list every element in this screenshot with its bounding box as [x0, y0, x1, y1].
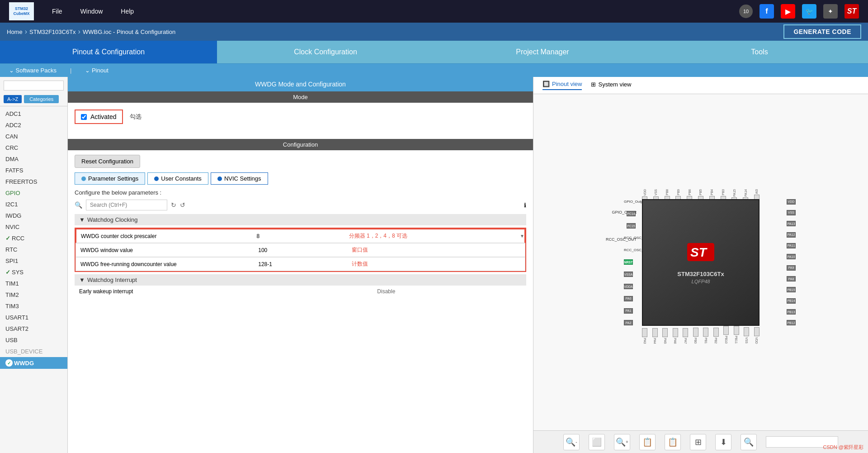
nav-help[interactable]: Help — [121, 8, 134, 15]
sidebar-item-spi1[interactable]: SPI1 — [0, 255, 67, 267]
params-search-input[interactable] — [86, 200, 167, 210]
sidebar-item-crc[interactable]: CRC — [0, 142, 67, 153]
sidebar-item-freertos[interactable]: FREERTOS — [0, 176, 67, 187]
sidebar-item-tim2[interactable]: TIM2 — [0, 289, 67, 300]
sidebar-item-wwdg[interactable]: ✓ WWDG — [0, 357, 67, 369]
config-params-label: Configure the below parameters : — [75, 189, 526, 196]
zoom-in-button[interactable]: 🔍+ — [614, 434, 630, 450]
tab-nvic-settings[interactable]: NVIC Settings — [211, 172, 268, 185]
sidebar-item-usb[interactable]: USB — [0, 334, 67, 346]
pin-right-vdd: VDD — [787, 199, 796, 205]
paste-button[interactable]: 📋 — [665, 434, 681, 450]
collapse-interrupt-icon[interactable]: ▼ — [79, 277, 85, 283]
param-note-counter: 计数值 — [347, 257, 525, 271]
pin-right-pa11: PA11 — [787, 243, 796, 248]
pin-bot-pa5: PA5 — [662, 326, 668, 343]
tab-pinout-view[interactable]: 🔲 Pinout view — [542, 81, 582, 90]
params-bordered-box: WWDG counter clock prescaler 8 分频器 1，2，4… — [75, 228, 526, 272]
network-icon[interactable]: ✦ — [823, 4, 838, 19]
sidebar-item-dma[interactable]: DMA — [0, 153, 67, 165]
config-section: Reset Configuration Parameter Settings U… — [68, 150, 533, 302]
sidebar-item-tim1[interactable]: TIM1 — [0, 278, 67, 289]
sidebar-search-input[interactable] — [4, 81, 64, 91]
mode-section: Activated 勾选 — [68, 103, 533, 139]
youtube-icon[interactable]: ▶ — [781, 4, 795, 19]
sidebar-item-sys[interactable]: ✓ SYS — [0, 267, 67, 278]
pin-right-pa12: PA12 — [787, 232, 796, 238]
pin-bot-pb0: PB0 — [693, 326, 698, 343]
export-button[interactable]: ⬇ — [715, 434, 731, 450]
sub-tab-software-packs[interactable]: ⌄ Software Packs — [9, 67, 57, 74]
sidebar-item-adc2[interactable]: ADC2 — [0, 119, 67, 131]
sidebar-search-area — [0, 77, 67, 94]
param-value-prescaler[interactable]: 8 — [252, 230, 344, 242]
interrupt-name-wakeup: Early wakeup interrupt — [79, 288, 368, 295]
sidebar-item-can[interactable]: CAN — [0, 131, 67, 142]
center-panel: WWDG Mode and Configuration Mode Activat… — [68, 77, 533, 453]
bottom-toolbar: 🔍- ⬜ 🔍+ 📋 📋 ⊞ ⬇ 🔍 — [533, 430, 868, 453]
param-name-prescaler: WWDG counter clock prescaler — [76, 230, 252, 242]
sidebar-item-i2c1[interactable]: I2C1 — [0, 199, 67, 210]
config-section-header: Configuration — [68, 139, 533, 150]
param-value-counter[interactable]: 128-1 — [254, 258, 347, 270]
watchdog-interrupt-group: ▼ Watchdog Interrupt Early wakeup interr… — [75, 274, 526, 297]
pin-bot-pb10: PB10 — [723, 326, 729, 343]
sidebar-item-usart1[interactable]: USART1 — [0, 312, 67, 323]
sidebar-item-tim3[interactable]: TIM3 — [0, 300, 67, 312]
tab-clock-config[interactable]: Clock Configuration — [217, 41, 434, 63]
tab-parameter-settings[interactable]: Parameter Settings — [75, 172, 145, 185]
pin-right-vss: VSS — [787, 210, 796, 215]
refresh-icon[interactable]: ↻ — [171, 201, 176, 209]
reset-config-button[interactable]: Reset Configuration — [75, 155, 140, 168]
pin-right-pa9: PA9 — [787, 265, 796, 271]
sort-az-button[interactable]: A->Z — [4, 95, 22, 103]
collapse-icon[interactable]: ▼ — [79, 216, 85, 223]
sidebar-item-usart2[interactable]: USART2 — [0, 323, 67, 334]
nav-menu: File Window Help — [52, 8, 134, 15]
zoom-out-button[interactable]: 🔍- — [563, 434, 580, 450]
tab-tools[interactable]: Tools — [651, 41, 868, 63]
sidebar-item-adc1[interactable]: ADC1 — [0, 108, 67, 119]
sidebar-divider — [0, 106, 67, 106]
sub-tab-pinout[interactable]: ⌄ Pinout — [85, 67, 108, 74]
grid-button[interactable]: ⊞ — [690, 434, 706, 450]
pin-right-pb15: PB15 — [787, 287, 796, 292]
nav-file[interactable]: File — [52, 8, 62, 15]
copy-button[interactable]: 📋 — [639, 434, 656, 450]
info-circle-icon: ℹ — [524, 202, 526, 209]
sidebar-item-nvic[interactable]: NVIC — [0, 221, 67, 233]
interrupt-row-wakeup: Early wakeup interrupt Disable — [75, 286, 526, 297]
sidebar-item-rcc[interactable]: ✓ RCC — [0, 233, 67, 244]
tab-user-constants[interactable]: User Constants — [147, 172, 208, 185]
sidebar-item-usb-device[interactable]: USB_DEVICE — [0, 346, 67, 357]
tab-project-manager[interactable]: Project Manager — [434, 41, 651, 63]
param-value-window[interactable]: 100 — [254, 244, 347, 256]
sidebar-item-rtc[interactable]: RTC — [0, 244, 67, 255]
fit-screen-button[interactable]: ⬜ — [589, 434, 605, 450]
categories-button[interactable]: Categories — [24, 95, 59, 103]
panel-title: WWDG Mode and Configuration — [68, 77, 533, 91]
breadcrumb-device[interactable]: STM32F103C6Tx — [29, 29, 76, 35]
nav-window[interactable]: Window — [80, 8, 103, 15]
activated-input[interactable] — [81, 114, 87, 120]
interrupt-value-wakeup: Disable — [377, 288, 522, 295]
generate-code-button[interactable]: GENERATE CODE — [783, 24, 861, 39]
activated-checkbox[interactable]: Activated — [75, 110, 123, 124]
info-icon[interactable]: ↺ — [180, 201, 185, 209]
chip-visual: GPIO_Output RCC_OSC_OUT ST STM3 — [606, 181, 796, 344]
sidebar-item-gpio[interactable]: GPIO — [0, 187, 67, 199]
pin-bot-pb1: PB1 — [703, 326, 708, 343]
chip-package-label: LQFP48 — [692, 279, 710, 284]
wwdg-check-icon: ✓ — [5, 359, 13, 367]
search-toolbar-icon[interactable]: 🔍 — [741, 434, 757, 450]
tab-system-view[interactable]: ⊞ System view — [591, 81, 631, 90]
sidebar-item-iwdg[interactable]: IWDG — [0, 210, 67, 221]
dropdown-arrow-prescaler[interactable]: ▼ — [520, 234, 524, 238]
pin-bot-pa3: PA3 — [642, 326, 647, 343]
facebook-icon[interactable]: f — [760, 4, 774, 19]
watchdog-clocking-header: ▼ Watchdog Clocking — [75, 214, 526, 225]
tab-pinout-config[interactable]: Pinout & Configuration — [0, 41, 217, 63]
sidebar-item-fatfs[interactable]: FATFS — [0, 165, 67, 176]
twitter-icon[interactable]: 🐦 — [802, 4, 816, 19]
breadcrumb-home[interactable]: Home — [7, 29, 23, 35]
